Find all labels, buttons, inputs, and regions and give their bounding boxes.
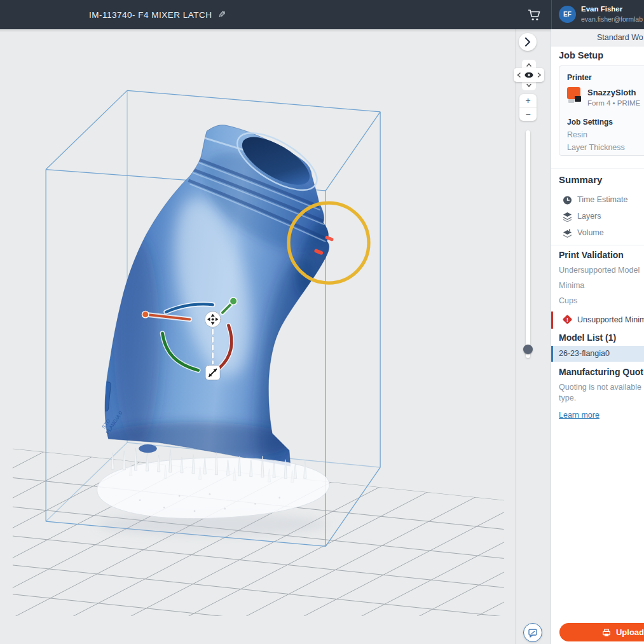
collapse-panel-button[interactable] xyxy=(519,33,537,51)
printer-icon-base xyxy=(568,99,574,103)
avatar[interactable]: EF xyxy=(559,6,576,23)
top-bar: IM-113740- F4 MIXER LATCH ✎ EF Evan Fish… xyxy=(0,0,644,29)
zoom-controls: + − xyxy=(519,94,537,121)
pv-minima[interactable]: Minima xyxy=(559,281,584,290)
manufacturing-quote-heading: Manufacturing Quot xyxy=(559,367,643,377)
workflow-tab-label: Standard Wo xyxy=(597,33,643,42)
eye-icon[interactable] xyxy=(524,72,533,78)
learn-more-link[interactable]: Learn more xyxy=(559,411,599,420)
volume-icon xyxy=(563,228,572,238)
pan-right-icon[interactable] xyxy=(536,72,542,78)
canvas-right-divider xyxy=(516,29,516,644)
feedback-bubble-icon xyxy=(528,627,538,638)
right-sidebar: Standard Wo Job Setup Printer SnazzySlot… xyxy=(551,29,644,644)
move-handle[interactable] xyxy=(205,312,221,327)
upload-button[interactable]: Upload xyxy=(559,623,644,641)
topbar-divider xyxy=(551,0,552,29)
quote-body-line1: Quoting is not available xyxy=(559,383,641,392)
scale-handle[interactable] xyxy=(205,366,220,380)
layer-slider-handle[interactable] xyxy=(523,345,533,354)
divider xyxy=(551,245,644,245)
warning-diamond-icon: ! xyxy=(563,315,573,325)
summary-time-estimate[interactable]: Time Estimate xyxy=(577,195,627,204)
divider xyxy=(551,168,644,168)
zoom-out-button[interactable]: − xyxy=(519,108,537,121)
layers-icon xyxy=(563,212,572,222)
user-name: Evan Fisher xyxy=(581,5,622,13)
setting-resin[interactable]: Resin xyxy=(567,130,587,139)
printer-name: SnazzySloth xyxy=(587,88,636,97)
summary-volume[interactable]: Volume xyxy=(577,228,604,237)
pv-cups[interactable]: Cups xyxy=(559,296,577,305)
upload-button-label: Upload xyxy=(616,627,644,637)
clock-icon xyxy=(563,195,572,205)
feedback-button[interactable] xyxy=(523,623,542,642)
printer-icon xyxy=(567,87,582,104)
pv-undersupported-models[interactable]: Undersupported Model xyxy=(559,266,640,275)
pan-down-icon[interactable] xyxy=(526,82,532,88)
model-list-item-selected[interactable]: 26-23-flangia0 xyxy=(551,346,644,362)
summary-heading: Summary xyxy=(559,174,602,185)
warning-label: Unsupported Minim xyxy=(577,315,644,324)
model-list-item-label: 26-23-flangia0 xyxy=(559,349,610,358)
view-navigation-pad[interactable] xyxy=(514,60,544,90)
setting-layer-thickness[interactable]: Layer Thickness xyxy=(567,143,625,152)
job-title-group: IM-113740- F4 MIXER LATCH ✎ xyxy=(89,0,226,29)
cart-icon-svg xyxy=(526,7,543,24)
job-setup-heading: Job Setup xyxy=(559,50,603,60)
edit-job-title-icon[interactable]: ✎ xyxy=(218,9,226,20)
user-email: evan.fisher@formlab xyxy=(581,15,643,23)
cart-icon[interactable] xyxy=(526,7,543,24)
pan-left-icon[interactable] xyxy=(516,72,522,78)
printer-card[interactable]: Printer SnazzySloth Form 4 • PRIME Job S… xyxy=(559,65,644,156)
scene-svg[interactable]: STD FLANGIA 0 xyxy=(0,29,551,644)
job-title: IM-113740- F4 MIXER LATCH xyxy=(89,10,212,20)
model-list-heading: Model List (1) xyxy=(559,332,616,343)
printer-icon-cartridge xyxy=(575,96,581,102)
zoom-in-button[interactable]: + xyxy=(519,94,537,108)
unsupported-minima-warning[interactable]: ! Unsupported Minim xyxy=(551,312,644,329)
job-settings-label: Job Settings xyxy=(567,118,613,127)
printer-subtitle: Form 4 • PRIME xyxy=(587,99,640,107)
printer-label: Printer xyxy=(567,73,592,82)
layer-slider[interactable] xyxy=(526,130,530,358)
pan-up-icon[interactable] xyxy=(526,62,532,68)
workflow-tab-bar[interactable]: Standard Wo xyxy=(551,29,644,46)
chevron-right-icon xyxy=(524,37,531,47)
3d-viewport[interactable]: STD FLANGIA 0 xyxy=(0,29,551,644)
summary-layers[interactable]: Layers xyxy=(577,212,601,221)
quote-body-line2: type. xyxy=(559,394,576,402)
upload-printer-icon xyxy=(602,628,611,637)
print-validation-heading: Print Validation xyxy=(559,250,624,260)
model-26-23-flangia0[interactable]: STD FLANGIA 0 xyxy=(95,122,351,481)
